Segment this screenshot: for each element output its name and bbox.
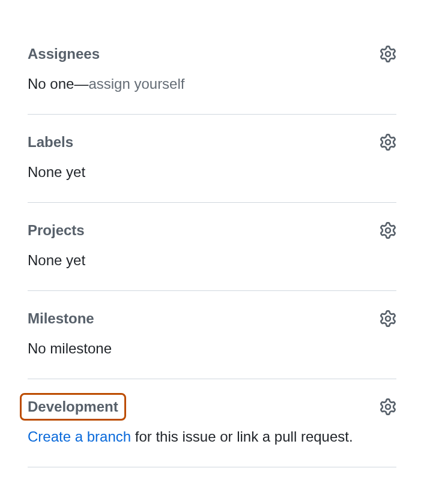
gear-icon[interactable]	[380, 134, 396, 151]
labels-section: Labels None yet	[28, 134, 396, 203]
development-content: Create a branch for this issue or link a…	[28, 426, 396, 448]
labels-title: Labels	[28, 134, 73, 151]
projects-section: Projects None yet	[28, 222, 396, 291]
gear-icon[interactable]	[380, 222, 396, 239]
milestone-content: No milestone	[28, 338, 396, 359]
gear-icon[interactable]	[380, 310, 396, 327]
projects-content: None yet	[28, 250, 396, 271]
create-branch-link[interactable]: Create a branch	[28, 428, 131, 445]
development-title: Development	[20, 393, 126, 421]
gear-icon[interactable]	[380, 46, 396, 62]
development-header: Development	[28, 398, 396, 415]
assignees-content: No one—assign yourself	[28, 73, 396, 95]
gear-icon[interactable]	[380, 398, 396, 415]
milestone-title: Milestone	[28, 310, 94, 327]
milestone-header: Milestone	[28, 310, 396, 327]
projects-title: Projects	[28, 222, 85, 239]
milestone-section: Milestone No milestone	[28, 310, 396, 379]
assignees-section: Assignees No one—assign yourself	[28, 46, 396, 115]
assign-yourself-link[interactable]: assign yourself	[88, 76, 184, 92]
projects-header: Projects	[28, 222, 396, 239]
labels-content: None yet	[28, 161, 396, 183]
development-suffix-text: for this issue or link a pull request.	[131, 428, 353, 445]
development-section: Development Create a branch for this iss…	[28, 398, 396, 467]
assignees-header: Assignees	[28, 46, 396, 62]
assignees-title: Assignees	[28, 46, 100, 62]
labels-header: Labels	[28, 134, 396, 151]
assignees-empty-text: No one—	[28, 76, 88, 92]
